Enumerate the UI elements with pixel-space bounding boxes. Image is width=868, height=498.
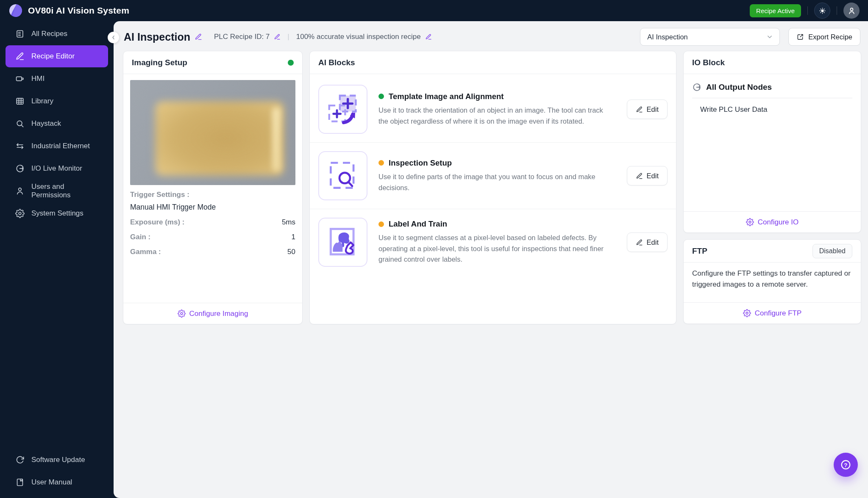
sidebar-item-label: User Manual: [31, 478, 72, 487]
sidebar-item-software-update[interactable]: Software Update: [6, 449, 108, 471]
search-icon: [15, 119, 25, 128]
io-block-header: IO Block: [684, 51, 861, 74]
imaging-setup-body: Trigger Settings : Manual HMI Trigger Mo…: [123, 74, 302, 303]
ai-block-row: Label And Train Use it to segment classe…: [310, 209, 676, 275]
edit-plc-id-button[interactable]: [274, 33, 281, 40]
edit-button[interactable]: Edit: [627, 232, 668, 252]
imaging-status-dot: [288, 60, 294, 66]
topbar-divider: [837, 6, 837, 15]
imaging-setup-panel: Imaging Setup Trigger Settings : Manual …: [123, 51, 303, 324]
ai-blocks-header: AI Blocks: [310, 51, 676, 74]
recipe-description: 100% accurate visual inspection recipe: [296, 33, 421, 41]
output-nodes-group: All Output Nodes: [692, 83, 852, 92]
app-root: { "app": { "title": "OV80i AI Vision Sys…: [0, 0, 868, 498]
trigger-settings-label: Trigger Settings :: [130, 191, 295, 199]
edit-recipe-name-button[interactable]: [195, 33, 202, 41]
help-button[interactable]: [834, 453, 858, 477]
help-icon: [839, 458, 852, 471]
ftp-status-badge: Disabled: [812, 244, 852, 258]
sidebar-item-users-and-permissions[interactable]: Users and Permissions: [6, 180, 108, 202]
setting-value: 1: [292, 233, 295, 241]
sidebar-bottom-group: Software Update User Manual: [0, 449, 114, 498]
configure-io-link[interactable]: Configure IO: [684, 211, 861, 232]
sidebar-item-label: All Recipes: [31, 30, 67, 38]
user-avatar[interactable]: [843, 3, 860, 19]
ai-block-title: Inspection Setup: [389, 158, 452, 168]
gear-icon: [178, 310, 186, 318]
sidebar-item-label: Users and Permissions: [31, 183, 98, 199]
output-node-item[interactable]: Write PLC User Data: [692, 105, 852, 114]
ai-block-icon-tile: [318, 218, 367, 267]
sidebar-item-system-settings[interactable]: System Settings: [6, 202, 108, 224]
status-dot: [378, 160, 384, 166]
sidebar-item-all-recipes[interactable]: All Recipes: [6, 23, 108, 45]
topbar: OV80i AI Vision System Recipe Active: [0, 0, 868, 21]
pen-icon: [274, 33, 281, 40]
setting-value: 50: [287, 248, 295, 256]
hmi-icon: [15, 74, 25, 83]
sidebar-item-haystack[interactable]: Haystack: [6, 113, 108, 135]
refresh-icon: [15, 455, 25, 465]
pen-icon: [636, 106, 643, 113]
ai-block-icon: [325, 158, 361, 194]
recipes-icon: [15, 29, 25, 39]
ai-block-description: Use it to segment classes at a pixel-lev…: [378, 232, 605, 265]
edit-button[interactable]: Edit: [627, 100, 668, 119]
recipe-select[interactable]: AI Inspection: [640, 28, 780, 46]
edit-button[interactable]: Edit: [627, 166, 668, 185]
io-block-title: IO Block: [692, 58, 725, 67]
sidebar-item-industrial-ethernet[interactable]: Industrial Ethernet: [6, 135, 108, 157]
output-arrow-icon: [692, 83, 701, 92]
plc-recipe-id: PLC Recipe ID: 7: [214, 33, 270, 41]
theme-toggle-button[interactable]: [814, 3, 830, 19]
sidebar-item-recipe-editor[interactable]: Recipe Editor: [6, 45, 108, 67]
header-separator: |: [287, 33, 289, 41]
imaging-settings-rows: Exposure (ms) : 5ms Gain : 1 Gamma : 50: [130, 218, 295, 256]
sidebar-item-label: Software Update: [31, 456, 85, 464]
export-recipe-button[interactable]: Export Recipe: [788, 28, 860, 46]
sidebar-item-label: Industrial Ethernet: [31, 142, 90, 150]
chevron-down-icon: [766, 33, 773, 41]
topbar-actions: Recipe Active: [750, 3, 860, 19]
sidebar-item-label: I/O Live Monitor: [31, 164, 82, 173]
topbar-divider: [807, 6, 808, 15]
gear-icon: [746, 218, 754, 226]
status-dot: [378, 94, 384, 99]
trigger-settings-value: Manual HMI Trigger Mode: [130, 203, 295, 212]
ftp-title: FTP: [692, 246, 707, 256]
app-logo-icon: [8, 3, 23, 18]
camera-preview-image: [130, 80, 295, 185]
configure-ftp-link[interactable]: Configure FTP: [684, 302, 861, 324]
ai-block-icon-tile: [318, 85, 367, 134]
pen-icon: [15, 52, 25, 61]
setting-label: Gain :: [130, 233, 150, 241]
person-icon: [847, 6, 856, 15]
recipe-active-badge: Recipe Active: [750, 4, 801, 17]
sidebar-item-library[interactable]: Library: [6, 90, 108, 112]
edit-description-button[interactable]: [425, 33, 432, 40]
ftp-panel: FTP Disabled Configure the FTP settings …: [683, 239, 861, 324]
setting-value: 5ms: [282, 218, 295, 227]
gear-icon: [743, 309, 751, 317]
setting-label: Exposure (ms) :: [130, 218, 184, 227]
sidebar-item-user-manual[interactable]: User Manual: [6, 471, 108, 493]
ai-block-icon-tile: [318, 151, 367, 200]
ethernet-icon: [15, 141, 25, 151]
ai-block-icon: [325, 224, 361, 260]
sidebar-item-label: Library: [31, 97, 53, 105]
ai-blocks-panel: AI Blocks Template Image and Alignment U…: [309, 51, 676, 324]
header-controls: AI Inspection Export Recipe: [640, 28, 861, 46]
ai-blocks-title: AI Blocks: [318, 58, 355, 67]
setting-label: Gamma :: [130, 248, 161, 256]
pen-icon: [425, 33, 432, 40]
recipe-select-value: AI Inspection: [647, 33, 687, 41]
pen-icon: [195, 33, 202, 41]
divider: [692, 98, 852, 98]
sidebar-item-label: Haystack: [31, 119, 61, 128]
imaging-setup-title: Imaging Setup: [132, 58, 187, 67]
sidebar-collapse-button[interactable]: [108, 32, 119, 43]
sidebar-item-hmi[interactable]: HMI: [6, 68, 108, 90]
configure-imaging-link[interactable]: Configure Imaging: [123, 303, 302, 324]
sidebar-item-io-live-monitor[interactable]: I/O Live Monitor: [6, 158, 108, 180]
app-title: OV80i AI Vision System: [28, 6, 129, 16]
